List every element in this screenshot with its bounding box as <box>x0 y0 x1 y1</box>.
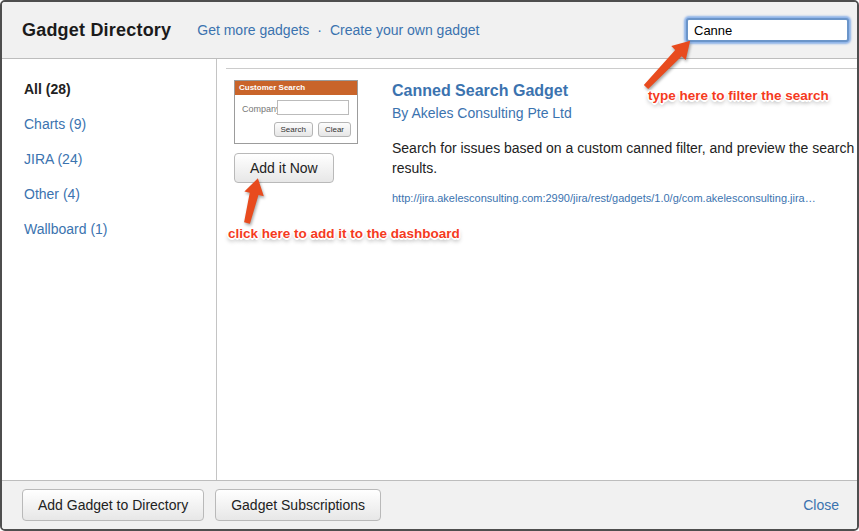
close-dialog-link[interactable]: Close <box>803 497 839 513</box>
dialog-title: Gadget Directory <box>22 20 171 41</box>
dialog-footer: Add Gadget to Directory Gadget Subscript… <box>2 480 857 529</box>
gadget-list-item: Customer Search Company Search Clear Add… <box>226 68 859 206</box>
thumbnail-title: Customer Search <box>235 81 357 95</box>
thumbnail-body: Company Search Clear <box>235 95 357 143</box>
gadget-list: Customer Search Company Search Clear Add… <box>217 59 859 480</box>
gadget-filter-search-input[interactable] <box>686 18 849 42</box>
gadget-directory-dialog: Gadget Directory Get more gadgets · Crea… <box>0 0 859 531</box>
sidebar-item-jira[interactable]: JIRA (24) <box>24 151 216 167</box>
dialog-header: Gadget Directory Get more gadgets · Crea… <box>2 2 857 59</box>
create-your-own-gadget-link[interactable]: Create your own gadget <box>330 22 479 38</box>
sidebar-item-wallboard[interactable]: Wallboard (1) <box>24 221 216 237</box>
thumbnail-clear-button: Clear <box>318 122 351 137</box>
thumbnail-field-label: Company <box>242 104 281 114</box>
get-more-gadgets-link[interactable]: Get more gadgets <box>197 22 309 38</box>
dialog-body: All (28) Charts (9) JIRA (24) Other (4) … <box>2 59 857 480</box>
sidebar-item-all[interactable]: All (28) <box>24 81 216 97</box>
gadget-byline: By Akeles Consulting Pte Ltd <box>392 105 859 121</box>
thumbnail-search-button: Search <box>274 122 313 137</box>
thumbnail-buttons: Search Clear <box>274 122 351 137</box>
category-sidebar: All (28) Charts (9) JIRA (24) Other (4) … <box>2 59 217 480</box>
gadget-title-link[interactable]: Canned Search Gadget <box>392 82 859 100</box>
header-links: Get more gadgets · Create your own gadge… <box>197 22 479 38</box>
gadget-url-link[interactable]: http://jira.akelesconsulting.com:2990/ji… <box>392 192 816 204</box>
gadget-thumbnail-preview: Customer Search Company Search Clear <box>234 80 358 144</box>
search-wrap <box>686 18 849 42</box>
add-it-now-button[interactable]: Add it Now <box>234 153 334 183</box>
sidebar-item-other[interactable]: Other (4) <box>24 186 216 202</box>
sidebar-item-charts[interactable]: Charts (9) <box>24 116 216 132</box>
gadget-info-column: Canned Search Gadget By Akeles Consultin… <box>392 80 859 206</box>
thumbnail-company-input <box>277 100 349 115</box>
link-separator: · <box>317 22 322 38</box>
gadget-thumbnail-column: Customer Search Company Search Clear Add… <box>234 80 379 206</box>
gadget-subscriptions-button[interactable]: Gadget Subscriptions <box>215 489 381 521</box>
add-gadget-to-directory-button[interactable]: Add Gadget to Directory <box>22 489 204 521</box>
gadget-description: Search for issues based on a custom cann… <box>392 138 859 179</box>
